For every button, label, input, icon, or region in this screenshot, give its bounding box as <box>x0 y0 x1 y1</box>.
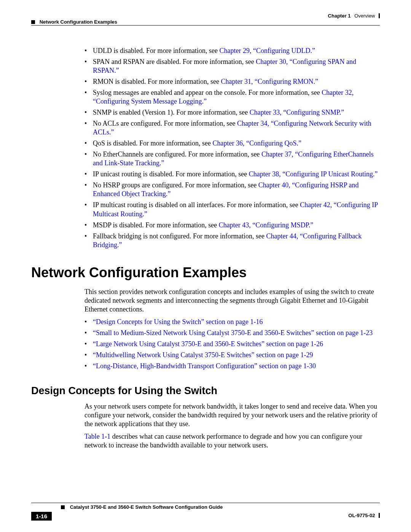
xref-link[interactable]: “Small to Medium-Sized Network Using Cat… <box>93 329 373 337</box>
header-right: Chapter 1 Overview <box>328 13 380 19</box>
xref-link[interactable]: “Design Concepts for Using the Switch” s… <box>93 318 263 326</box>
page-number: 1-16 <box>31 512 52 521</box>
footer-guide-title: Catalyst 3750-E and 3560-E Switch Softwa… <box>61 504 223 510</box>
xref-link[interactable]: Chapter 31, “Configuring RMON.” <box>221 78 318 85</box>
xref-link[interactable]: Table 1-1 <box>84 433 110 440</box>
chapter-title: Overview <box>354 13 375 19</box>
footer-bar-icon <box>379 513 380 518</box>
header-rule <box>31 25 380 26</box>
list-item: “Small to Medium-Sized Network Using Cat… <box>84 329 380 337</box>
xref-link[interactable]: “Large Network Using Catalyst 3750-E and… <box>93 340 323 348</box>
xref-link[interactable]: Chapter 43, “Configuring MSDP.” <box>219 221 313 229</box>
list-item: IP multicast routing is disabled on all … <box>84 201 380 218</box>
header-bar-icon <box>379 13 380 18</box>
intro-paragraph: This section provides network configurat… <box>84 288 380 314</box>
list-item: Fallback bridging is not configured. For… <box>84 232 380 249</box>
subsection-heading: Design Concepts for Using the Switch <box>31 385 380 397</box>
document-page: Chapter 1 Overview Network Configuration… <box>0 0 411 532</box>
chapter-label: Chapter 1 <box>328 13 351 19</box>
list-item: Syslog messages are enabled and appear o… <box>84 88 380 106</box>
list-item: No HSRP groups are configured. For more … <box>84 181 380 198</box>
section-heading: Network Configuration Examples <box>31 265 380 281</box>
footer-doc-id: OL-9775-02 <box>348 513 380 518</box>
square-bullet-icon <box>31 20 35 24</box>
xref-link[interactable]: “Multidwelling Network Using Catalyst 37… <box>93 351 313 359</box>
list-item: SPAN and RSPAN are disabled. For more in… <box>84 58 380 75</box>
section-links-list: “Design Concepts for Using the Switch” s… <box>84 318 380 371</box>
list-item: UDLD is disabled. For more information, … <box>84 46 380 55</box>
body-paragraph: As your network users compete for networ… <box>84 402 380 428</box>
xref-link[interactable]: Chapter 38, “Configuring IP Unicast Rout… <box>249 170 378 178</box>
footer-rule <box>31 503 380 503</box>
list-item: No EtherChannels are configured. For mor… <box>84 150 380 168</box>
list-item: IP unicast routing is disabled. For more… <box>84 170 380 179</box>
square-bullet-icon <box>61 505 65 509</box>
page-content: UDLD is disabled. For more information, … <box>31 12 380 450</box>
header-section-title: Network Configuration Examples <box>40 19 117 25</box>
xref-link[interactable]: “Long-Distance, High-Bandwidth Transport… <box>93 362 316 370</box>
list-item: “Large Network Using Catalyst 3750-E and… <box>84 340 380 348</box>
list-item: RMON is disabled. For more information, … <box>84 77 380 86</box>
xref-link[interactable]: Chapter 29, “Configuring UDLD.” <box>219 47 315 54</box>
body-paragraph: Table 1-1 describes what can cause netwo… <box>84 432 380 450</box>
list-item: “Multidwelling Network Using Catalyst 37… <box>84 351 380 359</box>
list-item: “Long-Distance, High-Bandwidth Transport… <box>84 362 380 371</box>
default-settings-list: UDLD is disabled. For more information, … <box>84 46 380 249</box>
xref-link[interactable]: Chapter 36, “Configuring QoS.” <box>212 139 301 147</box>
list-item: “Design Concepts for Using the Switch” s… <box>84 318 380 326</box>
list-item: QoS is disabled. For more information, s… <box>84 139 380 148</box>
list-item: MSDP is disabled. For more information, … <box>84 221 380 230</box>
list-item: SNMP is enabled (Version 1). For more in… <box>84 108 380 117</box>
header-left: Network Configuration Examples <box>31 19 117 25</box>
list-item: No ACLs are configured. For more informa… <box>84 119 380 137</box>
xref-link[interactable]: Chapter 33, “Configuring SNMP.” <box>250 109 344 116</box>
